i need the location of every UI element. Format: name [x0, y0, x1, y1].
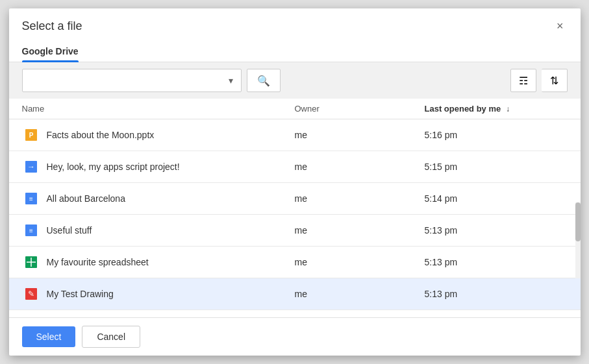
tab-google-drive[interactable]: Google Drive	[22, 41, 79, 62]
file-name-cell: → Hey, look, my apps script project!	[22, 158, 295, 176]
svg-text:→: →	[27, 162, 35, 171]
file-type-icon: →	[22, 158, 40, 176]
svg-text:≡: ≡	[29, 195, 33, 202]
file-name-cell: ✎ My Test Drawing	[22, 285, 295, 303]
table-row[interactable]: → Hey, look, my apps script project! me …	[9, 151, 581, 183]
table-row[interactable]: ≡ Useful stuff me 5:13 pm	[9, 215, 581, 247]
file-name: All about Barcelona	[47, 193, 125, 204]
file-name-cell: My favourite spreadsheet	[22, 253, 295, 271]
file-type-icon: P	[22, 126, 40, 144]
table-row[interactable]: My favourite spreadsheet me 5:13 pm	[9, 247, 581, 278]
file-name-cell: ≡ Useful stuff	[22, 221, 295, 239]
file-type-icon: ≡	[22, 221, 40, 239]
svg-text:✎: ✎	[28, 289, 34, 298]
file-name: My Test Drawing	[47, 289, 114, 299]
file-last-opened: 5:13 pm	[425, 289, 568, 299]
file-last-opened: 5:16 pm	[425, 130, 568, 140]
search-wrapper: ▾	[22, 69, 242, 92]
file-list-area: Name Owner Last opened by me ↓ P Facts a…	[9, 99, 581, 317]
scrollbar-track	[575, 202, 581, 278]
col-header-last-opened[interactable]: Last opened by me ↓	[425, 104, 568, 114]
tab-bar: Google Drive	[9, 41, 581, 62]
grid-view-button[interactable]: ☶	[510, 69, 536, 92]
file-type-icon: ✎	[22, 285, 40, 303]
file-type-icon: ≡	[22, 189, 40, 208]
close-button[interactable]: ×	[553, 19, 568, 33]
search-input[interactable]	[22, 69, 242, 92]
scrollbar-thumb[interactable]	[575, 202, 581, 241]
file-type-icon	[22, 253, 40, 271]
table-row[interactable]: ≡ All about Barcelona me 5:14 pm	[9, 183, 581, 215]
search-button[interactable]: 🔍	[247, 69, 281, 92]
dialog-header: Select a file ×	[9, 8, 581, 33]
sort-button[interactable]: ⇅	[542, 69, 568, 92]
search-icon: 🔍	[257, 75, 270, 87]
table-row[interactable]: P Facts about the Moon.pptx me 5:16 pm	[9, 119, 581, 151]
dialog-footer: Select Cancel	[9, 317, 581, 356]
toolbar: ▾ 🔍 ☶ ⇅	[9, 62, 581, 99]
file-owner: me	[295, 289, 425, 299]
file-list: P Facts about the Moon.pptx me 5:16 pm →…	[9, 119, 581, 310]
file-name-cell: P Facts about the Moon.pptx	[22, 126, 295, 144]
col-header-owner: Owner	[295, 104, 425, 114]
file-name-cell: ≡ All about Barcelona	[22, 189, 295, 208]
file-name: Useful stuff	[47, 225, 92, 236]
file-owner: me	[295, 225, 425, 236]
file-name: Facts about the Moon.pptx	[47, 130, 155, 140]
grid-icon: ☶	[519, 75, 528, 87]
col-header-name: Name	[22, 104, 295, 114]
file-name: My favourite spreadsheet	[47, 257, 149, 267]
file-list-header: Name Owner Last opened by me ↓	[9, 99, 581, 119]
file-owner: me	[295, 130, 425, 140]
cancel-button[interactable]: Cancel	[82, 326, 140, 348]
search-dropdown-button[interactable]: ▾	[221, 69, 242, 92]
svg-text:≡: ≡	[29, 227, 33, 234]
dialog-title: Select a file	[22, 19, 82, 33]
select-file-dialog: Select a file × Google Drive ▾ 🔍 ☶ ⇅ Nam…	[9, 8, 581, 356]
file-owner: me	[295, 193, 425, 204]
select-button[interactable]: Select	[22, 326, 76, 347]
file-last-opened: 5:14 pm	[425, 193, 568, 204]
file-owner: me	[295, 257, 425, 267]
svg-text:P: P	[29, 132, 33, 139]
table-row[interactable]: ✎ My Test Drawing me 5:13 pm	[9, 278, 581, 310]
file-last-opened: 5:15 pm	[425, 162, 568, 172]
chevron-down-icon: ▾	[229, 75, 233, 86]
file-owner: me	[295, 162, 425, 172]
sort-arrow-icon: ↓	[506, 104, 510, 114]
file-name: Hey, look, my apps script project!	[47, 162, 180, 172]
sort-icon: ⇅	[550, 75, 558, 87]
file-last-opened: 5:13 pm	[425, 257, 568, 267]
file-last-opened: 5:13 pm	[425, 225, 568, 236]
